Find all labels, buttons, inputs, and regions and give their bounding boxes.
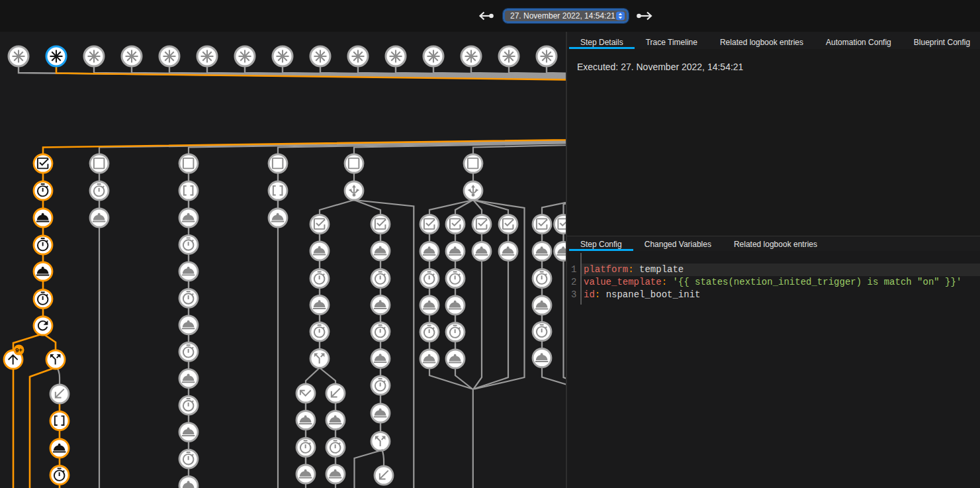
svg-text:9+: 9+ <box>15 346 22 354</box>
